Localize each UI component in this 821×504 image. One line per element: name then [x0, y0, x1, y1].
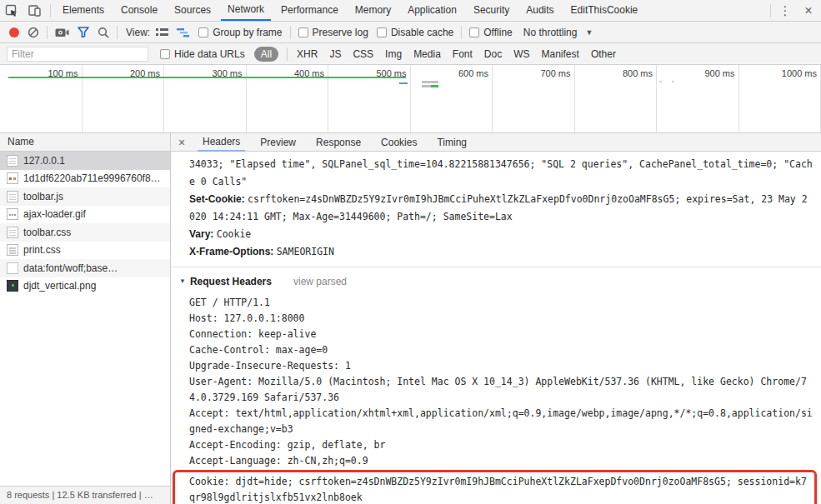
request-line: Cache-Control: max-age=0 — [189, 342, 813, 358]
waterfall-icon — [177, 27, 190, 37]
tab-performance[interactable]: Performance — [274, 0, 345, 21]
throttling-dropdown[interactable]: No throttling ▼ — [523, 27, 593, 38]
request-list-panel: Name 127.0.0.1 1d1df6220ab711e9996760f8…… — [0, 133, 171, 504]
tick-label: 300 ms — [164, 65, 247, 132]
request-row[interactable]: toolbar.css — [0, 223, 170, 242]
disable-cache-checkbox[interactable]: Disable cache — [377, 27, 453, 38]
image-icon — [7, 208, 18, 220]
request-name: toolbar.css — [23, 227, 71, 238]
tab-elements[interactable]: Elements — [56, 0, 111, 21]
request-line: Accept: text/html,application/xhtml+xml,… — [189, 406, 813, 437]
request-headers-section-toggle[interactable]: ▼ Request Headers view parsed — [179, 272, 813, 291]
funnel-icon — [78, 27, 89, 37]
divider — [461, 26, 462, 39]
request-list-empty-area — [0, 295, 170, 486]
tick-label: 200 ms — [83, 65, 165, 132]
section-divider — [171, 267, 821, 267]
preserve-log-label: Preserve log — [313, 27, 368, 38]
checkbox-icon — [298, 27, 308, 37]
divider — [770, 4, 771, 17]
close-icon[interactable]: × — [796, 3, 821, 18]
filter-type-js[interactable]: JS — [329, 48, 341, 60]
tab-preview[interactable]: Preview — [255, 133, 301, 152]
search-button[interactable] — [98, 27, 109, 38]
filter-type-manifest[interactable]: Manifest — [542, 48, 579, 60]
tab-timing[interactable]: Timing — [432, 133, 472, 152]
tab-headers[interactable]: Headers — [198, 133, 245, 152]
tab-response[interactable]: Response — [311, 133, 366, 152]
tab-application[interactable]: Application — [401, 0, 463, 21]
name-column-header[interactable]: Name — [0, 133, 170, 152]
tab-sources[interactable]: Sources — [168, 0, 218, 21]
filter-type-doc[interactable]: Doc — [484, 48, 502, 60]
filter-type-font[interactable]: Font — [453, 48, 473, 60]
devtools-window: Elements Console Sources Network Perform… — [0, 0, 821, 504]
overview-request-bar — [399, 82, 408, 84]
request-line: GET / HTTP/1.1 — [189, 295, 813, 311]
request-row[interactable]: djdt_vertical.png — [0, 277, 170, 296]
group-by-frame-checkbox[interactable]: Group by frame — [198, 27, 282, 38]
network-main-split: Name 127.0.0.1 1d1df6220ab711e9996760f8…… — [0, 133, 821, 504]
header-value: SAMEORIGIN — [277, 246, 334, 257]
close-details-icon[interactable]: × — [171, 136, 193, 149]
filter-type-other[interactable]: Other — [591, 48, 616, 60]
request-cookie-line: Cookie: djdt=hide; csrftoken=z4sDnWBZDz5… — [189, 474, 811, 504]
search-icon — [98, 27, 109, 38]
request-name: djdt_vertical.png — [23, 280, 96, 292]
detail-tab-bar: × Headers Preview Response Cookies Timin… — [171, 133, 821, 152]
tab-security[interactable]: Security — [467, 0, 516, 21]
header-name: X-Frame-Options: — [189, 246, 273, 257]
request-row[interactable]: 127.0.0.1 — [0, 152, 170, 170]
overview-request-dot — [659, 81, 662, 82]
device-toolbar-icon[interactable] — [23, 0, 47, 21]
offline-checkbox[interactable]: Offline — [469, 27, 512, 38]
filter-input[interactable] — [7, 47, 148, 62]
hide-data-urls-checkbox[interactable]: Hide data URLs — [160, 48, 245, 60]
clear-button[interactable] — [28, 27, 39, 38]
overview-load-line — [8, 77, 406, 78]
list-view-icon — [156, 27, 168, 37]
preserve-log-checkbox[interactable]: Preserve log — [298, 27, 368, 38]
inspect-element-icon[interactable] — [0, 0, 23, 21]
capture-screenshots-button[interactable] — [55, 27, 69, 37]
network-filter-bar: Hide data URLs All XHR JS CSS Img Media … — [0, 43, 821, 65]
tick-label: 100 ms — [0, 65, 83, 132]
filter-type-xhr[interactable]: XHR — [297, 48, 318, 60]
filter-toggle-button[interactable] — [78, 27, 89, 37]
network-toolbar: View: Group by frame Preserve log Disabl… — [0, 22, 821, 43]
request-row[interactable]: 1d1df6220ab711e9996760f8… — [0, 170, 170, 188]
kebab-menu-icon[interactable]: ⋮ — [774, 3, 796, 18]
checkbox-icon — [198, 27, 208, 37]
request-name: 1d1df6220ab711e9996760f8… — [23, 172, 161, 184]
filter-type-ws[interactable]: WS — [513, 48, 529, 60]
filter-type-img[interactable]: Img — [385, 48, 402, 60]
request-row[interactable]: print.css — [0, 242, 170, 260]
request-line: Upgrade-Insecure-Requests: 1 — [189, 358, 813, 374]
tab-console[interactable]: Console — [114, 0, 164, 21]
tab-memory[interactable]: Memory — [348, 0, 398, 21]
filter-type-all[interactable]: All — [254, 47, 278, 62]
record-button[interactable] — [9, 27, 19, 37]
filter-type-css[interactable]: CSS — [353, 48, 373, 60]
tab-network[interactable]: Network — [221, 0, 271, 21]
request-line: Connection: keep-alive — [189, 327, 813, 342]
tab-editthiscookie[interactable]: EditThisCookie — [564, 0, 645, 21]
network-summary-bar: 8 requests | 12.5 KB transferred | … — [0, 486, 170, 504]
request-name: toolbar.js — [23, 191, 63, 202]
tab-cookies[interactable]: Cookies — [376, 133, 422, 152]
divider — [50, 4, 51, 17]
request-row[interactable]: data:font/woff;base… — [0, 259, 170, 277]
request-row[interactable]: toolbar.js — [0, 187, 170, 206]
request-name: ajax-loader.gif — [23, 208, 86, 220]
tab-audits[interactable]: Audits — [519, 0, 560, 21]
tick-label: 600 ms — [411, 65, 493, 132]
header-name: Set-Cookie: — [189, 193, 245, 205]
network-overview-timeline[interactable]: 100 ms 200 ms 300 ms 400 ms 500 ms 600 m… — [0, 65, 821, 133]
filter-type-media[interactable]: Media — [413, 48, 441, 60]
large-rows-toggle-button[interactable] — [156, 27, 168, 37]
show-overview-toggle-button[interactable] — [177, 27, 190, 37]
view-parsed-link[interactable]: view parsed — [293, 272, 347, 291]
request-row[interactable]: ajax-loader.gif — [0, 206, 170, 224]
document-icon — [7, 191, 18, 202]
checkbox-icon — [469, 27, 479, 37]
